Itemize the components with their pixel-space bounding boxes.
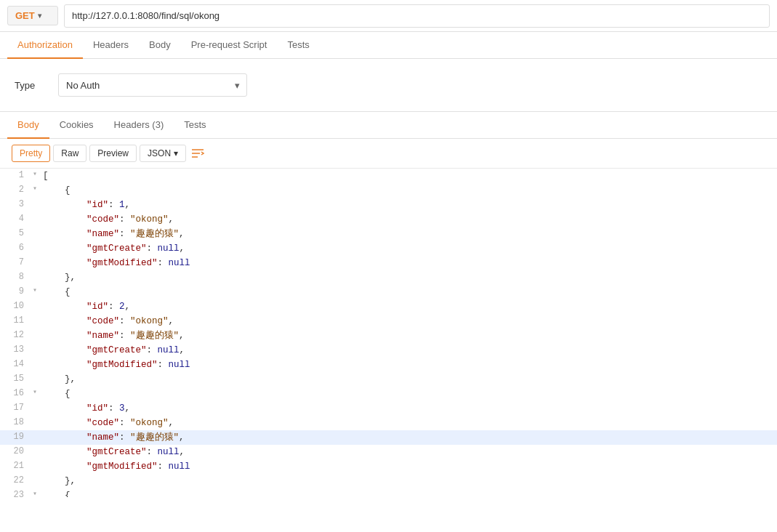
line-content: {: [43, 183, 777, 198]
url-input[interactable]: [64, 4, 770, 28]
response-tab-headers[interactable]: Headers (3): [104, 112, 174, 139]
line-number: 14: [0, 358, 33, 371]
code-line-8: 8 },: [0, 270, 777, 285]
line-number: 3: [0, 198, 33, 211]
line-content: "id": 3,: [43, 401, 777, 416]
pretty-button[interactable]: Pretty: [12, 145, 50, 162]
line-content: "gmtModified": null: [43, 256, 777, 270]
line-number: 5: [0, 227, 33, 241]
line-number: 22: [0, 474, 33, 488]
code-line-12: 12 "name": "趣趣的猿",: [0, 329, 777, 343]
line-number: 10: [0, 299, 33, 313]
line-number: 23: [0, 488, 33, 497]
code-line-19: 19 "name": "趣趣的猿",: [0, 430, 777, 445]
code-line-5: 5 "name": "趣趣的猿",: [0, 227, 777, 241]
code-line-9: 9▾ {: [0, 285, 777, 299]
line-number: 8: [0, 270, 33, 284]
code-line-7: 7 "gmtModified": null: [0, 256, 777, 270]
line-arrow[interactable]: ▾: [33, 285, 43, 297]
line-content: "name": "趣趣的猿",: [43, 430, 777, 445]
request-tabs: Authorization Headers Body Pre-request S…: [0, 32, 777, 59]
line-content: "id": 1,: [43, 198, 777, 212]
line-content: },: [43, 270, 777, 285]
line-arrow[interactable]: ▾: [33, 169, 43, 180]
code-line-11: 11 "code": "okong",: [0, 314, 777, 329]
code-line-10: 10 "id": 2,: [0, 299, 777, 314]
line-number: 20: [0, 445, 33, 459]
code-line-18: 18 "code": "okong",: [0, 416, 777, 430]
code-line-21: 21 "gmtModified": null: [0, 459, 777, 474]
line-number: 17: [0, 401, 33, 415]
response-tabs: Body Cookies Headers (3) Tests: [0, 112, 777, 139]
response-toolbar: Pretty Raw Preview JSON ▾: [0, 139, 777, 169]
line-content: "code": "okong",: [43, 314, 777, 329]
line-content: [: [43, 169, 777, 183]
line-arrow[interactable]: ▾: [33, 488, 43, 497]
line-content: {: [43, 285, 777, 299]
code-line-17: 17 "id": 3,: [0, 401, 777, 416]
code-line-20: 20 "gmtCreate": null,: [0, 445, 777, 459]
line-number: 19: [0, 430, 33, 444]
line-arrow[interactable]: ▾: [33, 387, 43, 398]
line-content: "gmtModified": null: [43, 459, 777, 474]
tab-prerequest[interactable]: Pre-request Script: [181, 32, 278, 59]
format-dropdown[interactable]: JSON ▾: [140, 145, 186, 162]
line-content: },: [43, 372, 777, 387]
code-line-22: 22 },: [0, 474, 777, 488]
line-content: "id": 2,: [43, 299, 777, 314]
code-line-1: 1▾[: [0, 169, 777, 183]
line-content: {: [43, 387, 777, 401]
response-tab-cookies[interactable]: Cookies: [49, 112, 104, 139]
tab-body[interactable]: Body: [139, 32, 181, 59]
auth-select-wrapper: No Auth Bearer Token Basic Auth API Key …: [58, 73, 247, 97]
response-tab-tests[interactable]: Tests: [174, 112, 216, 139]
tab-authorization[interactable]: Authorization: [7, 32, 83, 59]
line-content: "code": "okong",: [43, 212, 777, 227]
line-arrow[interactable]: ▾: [33, 183, 43, 195]
code-line-14: 14 "gmtModified": null: [0, 358, 777, 372]
line-number: 7: [0, 256, 33, 270]
line-content: "code": "okong",: [43, 416, 777, 430]
line-content: "gmtCreate": null,: [43, 241, 777, 256]
wrap-icon[interactable]: [189, 145, 206, 162]
line-number: 16: [0, 387, 33, 400]
code-line-6: 6 "gmtCreate": null,: [0, 241, 777, 256]
line-number: 18: [0, 416, 33, 430]
auth-row: Type No Auth Bearer Token Basic Auth API…: [15, 73, 762, 97]
top-bar: GET ▾: [0, 0, 777, 32]
line-number: 6: [0, 241, 33, 255]
code-line-3: 3 "id": 1,: [0, 198, 777, 212]
line-number: 2: [0, 183, 33, 197]
line-number: 15: [0, 372, 33, 386]
auth-type-label: Type: [15, 80, 44, 91]
line-content: "gmtCreate": null,: [43, 445, 777, 459]
format-label: JSON: [148, 148, 171, 158]
code-line-2: 2▾ {: [0, 183, 777, 198]
tab-headers[interactable]: Headers: [83, 32, 139, 59]
line-number: 1: [0, 169, 33, 182]
line-content: "name": "趣趣的猿",: [43, 329, 777, 343]
auth-type-select[interactable]: No Auth Bearer Token Basic Auth API Key …: [58, 73, 247, 97]
code-line-23: 23▾ {: [0, 488, 777, 497]
method-button[interactable]: GET ▾: [7, 6, 58, 25]
code-line-4: 4 "code": "okong",: [0, 212, 777, 227]
line-content: {: [43, 488, 777, 497]
line-number: 11: [0, 314, 33, 328]
line-content: "gmtCreate": null,: [43, 343, 777, 358]
line-number: 9: [0, 285, 33, 299]
format-chevron-icon: ▾: [174, 148, 178, 158]
code-area: 1▾[2▾ {3 "id": 1,4 "code": "okong",5 "na…: [0, 169, 777, 497]
code-line-16: 16▾ {: [0, 387, 777, 401]
line-content: "name": "趣趣的猿",: [43, 227, 777, 241]
code-line-13: 13 "gmtCreate": null,: [0, 343, 777, 358]
method-chevron-icon: ▾: [38, 12, 41, 20]
line-number: 12: [0, 329, 33, 342]
line-number: 4: [0, 212, 33, 226]
line-content: "gmtModified": null: [43, 358, 777, 372]
raw-button[interactable]: Raw: [53, 145, 86, 162]
preview-button[interactable]: Preview: [89, 145, 137, 162]
line-content: },: [43, 474, 777, 488]
response-tab-body[interactable]: Body: [7, 112, 49, 139]
tab-tests[interactable]: Tests: [277, 32, 319, 59]
code-line-15: 15 },: [0, 372, 777, 387]
